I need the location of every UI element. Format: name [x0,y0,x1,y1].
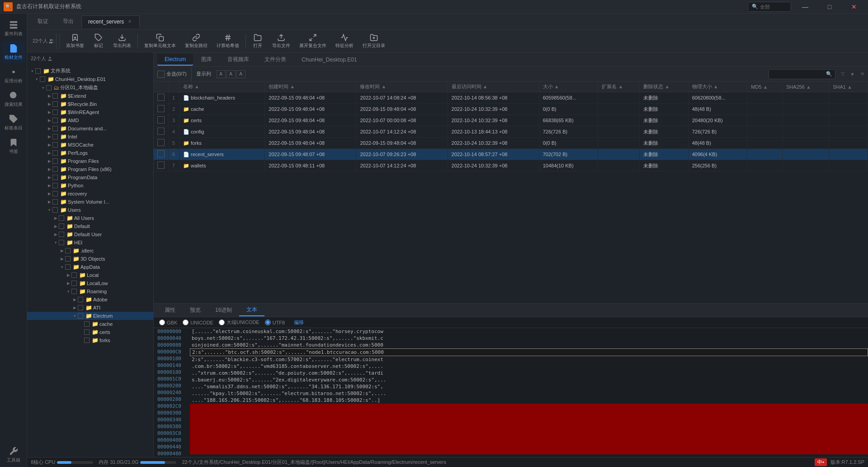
node-checkbox[interactable] [52,101,58,107]
node-checkbox[interactable] [52,191,58,196]
sidebar-item-tag[interactable]: 标签条目 [2,111,25,134]
node-checkbox[interactable] [65,264,71,270]
tab-export[interactable]: 导出 [56,15,80,28]
search-bar[interactable]: 🔍 [748,2,791,12]
table-row[interactable]: 1 📄 blockchain_headers 2022-09-15 09:48:… [154,92,868,104]
node-checkbox[interactable] [59,224,64,229]
tree-node-idlerc[interactable]: ▶ 📁 .idlerc [27,247,153,255]
sidebar-item-bookmark[interactable]: 书签 [2,135,25,157]
row-checkbox-3[interactable] [157,128,165,135]
filter-button-3[interactable]: ✕ [860,71,864,77]
col-size[interactable]: 大小 ▲ [539,81,598,92]
minimize-button[interactable]: — [795,0,816,14]
select-all-checkbox[interactable] [157,71,165,78]
table-row[interactable]: 3 📁 certs 2022-09-15 09:48:04 +08 2022-1… [154,115,868,126]
tree-node-perflogs[interactable]: ▶ 📁 PerfLogs [27,149,153,157]
sidebar-item-app-analysis[interactable]: 应用分析 [2,64,25,87]
node-checkbox[interactable] [52,118,58,123]
tree-node-local[interactable]: ▶ 📁 Local [27,271,153,279]
col-sha1[interactable]: SHA1 ▲ [829,81,868,92]
table-row[interactable]: 4 📄 config 2022-09-15 09:48:04 +08 2022-… [154,126,868,138]
tree-node-documents[interactable]: ▶ 📁 Documents and... [27,124,153,133]
node-checkbox[interactable] [52,207,58,213]
node-checkbox[interactable] [71,289,77,294]
copy-path-button[interactable]: 复制全路径 [181,32,211,50]
col-physsize[interactable]: 物理大小 ▲ [688,81,747,92]
row-checkbox-4[interactable] [157,139,165,146]
node-checkbox[interactable] [71,272,77,278]
encoding-utf8[interactable]: UTF8 [265,319,285,325]
tree-node-filesystem[interactable]: ▾ 📁 文件系统 [27,67,153,75]
bottom-tab-properties[interactable]: 属性 [157,305,183,316]
tree-node-electrum[interactable]: ▾ 📁 Electrum [27,312,153,320]
tree-node-default[interactable]: ▶ 📁 Default [27,222,153,230]
export-file-button[interactable]: 导出文件 [269,32,294,50]
tree-node-programdata[interactable]: ▶ 📁 ProgramData [27,173,153,181]
col-created[interactable]: 创建时间 ▲ [265,81,356,92]
tree-node-roaming[interactable]: ▾ 📁 Roaming [27,287,153,295]
filter-button-1[interactable]: ▽ [841,71,844,77]
node-checkbox[interactable] [52,142,58,148]
subtab-chunhei[interactable]: ChunHei_Desktop.E01 [294,54,364,66]
col-deleted[interactable]: 删除状态 ▲ [640,81,689,92]
col-modified[interactable]: 修改时间 ▲ [356,81,448,92]
open-button[interactable]: 打开 [249,32,267,50]
sidebar-item-search-result[interactable]: 搜索结果 [2,88,25,110]
node-checkbox[interactable] [52,175,58,180]
tree-node-certs-electrum[interactable]: 📁 certs [27,328,153,336]
format-btn-1[interactable]: A [217,70,226,78]
node-checkbox[interactable] [78,313,83,319]
tab-fetch[interactable]: 取证 [31,15,55,28]
node-checkbox[interactable] [40,76,45,82]
tab-close-icon[interactable]: ✕ [127,19,133,25]
filter-button-2[interactable]: ▼ [850,71,855,77]
node-checkbox[interactable] [71,281,77,286]
node-checkbox[interactable] [52,110,58,115]
node-checkbox[interactable] [52,93,58,99]
node-checkbox[interactable] [65,248,71,253]
maximize-button[interactable]: □ [819,0,840,14]
node-checkbox[interactable] [52,183,58,188]
tree-node-defaultuser[interactable]: ▶ 📁 Default User [27,230,153,238]
tree-node-intel[interactable]: ▶ 📁 Intel [27,133,153,141]
col-name[interactable]: 名称 ▲ [179,81,265,92]
node-checkbox[interactable] [52,134,58,139]
bottom-tab-preview[interactable]: 预览 [183,305,208,316]
tree-node-ati[interactable]: ▶ 📁 ATI [27,304,153,312]
radio-unicode[interactable] [183,319,189,325]
sidebar-item-evidence-file[interactable]: 检材文件 [2,41,25,63]
tree-node-users[interactable]: ▾ 📁 Users [27,206,153,214]
tree-node-recovery[interactable]: ▶ 📁 recovery [27,190,153,198]
tree-node-recycle[interactable]: ▶ 📁 $Recycle.Bin [27,100,153,108]
subtab-gallery[interactable]: 图库 [194,54,219,66]
filter-search[interactable]: 🔍 [769,69,835,79]
encoding-unicode[interactable]: UNICODE [183,319,213,325]
node-checkbox[interactable] [84,321,90,327]
expand-composite-button[interactable]: 展开复合文件 [296,32,330,50]
row-checkbox-5[interactable] [157,150,165,157]
radio-big-unicode[interactable] [219,319,225,325]
tree-node-msocache[interactable]: ▶ 📁 MSOCache [27,141,153,149]
node-checkbox[interactable] [84,329,90,335]
tab-recent-servers[interactable]: recent_servers ✕ [81,15,140,28]
copy-cell-button[interactable]: 复制单元格文本 [141,32,179,50]
radio-utf8[interactable] [265,319,271,325]
format-btn-2[interactable]: A [226,70,236,78]
add-bookmark-button[interactable]: 添加书签 [62,32,88,50]
node-checkbox[interactable] [78,297,83,302]
subtab-filetype[interactable]: 文件分类 [257,54,293,66]
radio-gbk[interactable] [159,319,165,325]
row-checkbox-0[interactable] [157,94,165,101]
node-checkbox[interactable] [52,167,58,172]
filter-input[interactable] [772,71,826,77]
sidebar-item-tools[interactable]: 工具箱 [2,443,25,466]
feature-analysis-button[interactable]: 特征分析 [332,32,357,50]
search-input[interactable] [760,4,787,10]
bottom-tab-text[interactable]: 文本 [239,305,264,316]
tree-node-cache-electrum[interactable]: 📁 cache [27,320,153,328]
node-checkbox[interactable] [35,68,41,74]
export-list-button[interactable]: 导出列表 [109,32,135,50]
tree-node-3dobjects[interactable]: ▶ 📁 3D Objects [27,255,153,263]
col-accessed[interactable]: 最后访问时间 ▲ [448,81,539,92]
node-checkbox[interactable] [52,199,58,205]
